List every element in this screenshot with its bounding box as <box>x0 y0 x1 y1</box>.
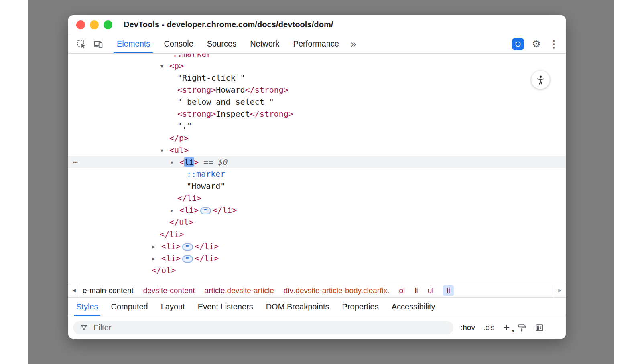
toggle-element-state-button[interactable]: :hov <box>460 322 476 333</box>
tab-sources[interactable]: Sources <box>200 34 243 53</box>
dom-token-tag: </strong> <box>245 85 288 95</box>
sidebar-tab-layout[interactable]: Layout <box>154 298 191 316</box>
kebab-menu-icon[interactable]: ⋮ <box>549 39 559 49</box>
titlebar: DevTools - developer.chrome.com/docs/dev… <box>68 15 566 34</box>
toolbar-right: ⚙ ⋮ <box>512 34 566 53</box>
dom-node[interactable]: "Howard" <box>68 180 566 192</box>
dom-token-tag: </ul> <box>169 217 193 227</box>
tab-network[interactable]: Network <box>243 34 286 53</box>
dom-node[interactable]: <strong>Howard</strong> <box>68 84 566 96</box>
breadcrumb-item[interactable]: li <box>414 286 418 295</box>
breadcrumb-item[interactable]: devsite-content <box>143 286 195 295</box>
dom-node[interactable]: ▼<ul> <box>68 144 566 156</box>
styles-filter-buttons: :hov .cls +▾ <box>460 322 545 333</box>
devtools-window: DevTools - developer.chrome.com/docs/dev… <box>68 15 566 339</box>
dom-token-tag: <p> <box>169 61 184 71</box>
dom-node[interactable]: "Right-click " <box>68 72 566 84</box>
settings-gear-icon[interactable]: ⚙ <box>532 39 541 49</box>
dom-token-tag: <strong> <box>177 85 216 95</box>
sidebar-tab-dom-breakpoints[interactable]: DOM Breakpoints <box>260 298 336 316</box>
sidebar-tab-computed[interactable]: Computed <box>104 298 154 316</box>
chevron-right-icon[interactable]: ▶ <box>152 241 161 253</box>
styles-filter-row: Filter :hov .cls +▾ <box>68 316 566 339</box>
dom-token-text: " below and select " <box>177 97 274 107</box>
dom-token-pseudo: ::marker <box>187 169 225 179</box>
dom-node[interactable]: </ul> <box>68 216 566 228</box>
dom-node-selected[interactable]: ⋯▼<li> == $0 <box>68 156 566 168</box>
breadcrumb-scroll-left-icon[interactable]: ◀ <box>68 283 80 297</box>
tab-elements[interactable]: Elements <box>110 34 157 53</box>
tab-console[interactable]: Console <box>157 34 200 53</box>
sidebar-tab-event-listeners[interactable]: Event Listeners <box>191 298 260 316</box>
dom-token-tag: </ol> <box>152 265 176 275</box>
element-classes-button[interactable]: .cls <box>482 322 496 333</box>
dom-token-text: Howard <box>216 85 245 95</box>
window-title: DevTools - developer.chrome.com/docs/dev… <box>124 20 333 29</box>
breadcrumb-item[interactable]: ol <box>399 286 405 295</box>
breadcrumb-bar: ◀ e-main-contentdevsite-contentarticle.d… <box>68 283 566 298</box>
dom-token-tag: </li> <box>195 253 219 263</box>
dom-node[interactable]: <strong>Inspect</strong> <box>68 108 566 120</box>
dom-token-op: == <box>199 157 218 167</box>
chevron-right-icon[interactable]: ▶ <box>152 253 161 265</box>
dom-token-tag: <li> <box>161 241 181 251</box>
dom-node[interactable]: ::marker <box>68 54 566 60</box>
devtools-toolbar: ElementsConsoleSourcesNetworkPerformance… <box>68 34 566 54</box>
dom-token-text: "Howard" <box>187 181 225 191</box>
styles-filter-input[interactable]: Filter <box>73 321 453 334</box>
dom-node[interactable]: </ol> <box>68 264 566 276</box>
accessibility-person-icon[interactable] <box>531 71 550 89</box>
dom-node[interactable]: "." <box>68 120 566 132</box>
dom-token-text: "Right-click " <box>177 73 245 83</box>
new-style-rule-button[interactable]: +▾ <box>503 322 510 333</box>
dom-token-tag: <li> <box>161 253 181 263</box>
breadcrumb-item[interactable]: e-main-content <box>83 286 134 295</box>
dom-token-tag: ::marker <box>173 54 211 59</box>
inspect-element-icon[interactable] <box>73 34 90 53</box>
dom-node[interactable]: </li> <box>68 228 566 240</box>
more-tabs-icon[interactable]: » <box>346 34 361 53</box>
sidebar-tab-accessibility[interactable]: Accessibility <box>385 298 442 316</box>
collapsed-content-icon[interactable]: ⋯ <box>182 243 193 251</box>
dom-node[interactable]: ▶<li>⋯</li> <box>68 252 566 264</box>
zoom-button[interactable] <box>104 20 112 29</box>
collapsed-content-icon[interactable]: ⋯ <box>182 255 193 263</box>
minimize-button[interactable] <box>90 20 99 29</box>
dom-token-tag: </li> <box>213 205 237 215</box>
dom-node[interactable]: </li> <box>68 192 566 204</box>
breadcrumb-item[interactable]: li <box>443 285 453 296</box>
collapsed-content-icon[interactable]: ⋯ <box>200 207 211 214</box>
rendering-emulations-icon[interactable] <box>516 323 527 332</box>
dom-token-text: "." <box>177 121 192 131</box>
breadcrumb-item[interactable]: article.devsite-article <box>205 286 274 295</box>
dom-node[interactable]: ▶<li>⋯</li> <box>68 204 566 216</box>
dom-token-tag: <strong> <box>177 109 216 119</box>
sidebar-tab-styles[interactable]: Styles <box>70 298 104 316</box>
chevron-down-icon[interactable]: ▼ <box>160 145 169 157</box>
close-button[interactable] <box>76 20 85 29</box>
dom-node[interactable]: </p> <box>68 132 566 144</box>
dom-node[interactable]: ▼<p> <box>68 60 566 72</box>
filter-placeholder: Filter <box>93 323 111 332</box>
breadcrumb-scroll-right-icon[interactable]: ▶ <box>554 283 566 297</box>
dom-token-tag: <li> <box>179 205 199 215</box>
breadcrumb-item[interactable]: ul <box>428 286 434 295</box>
dom-node[interactable]: " below and select " <box>68 96 566 108</box>
dom-token-tag: </li> <box>160 229 184 239</box>
chevron-down-icon[interactable]: ▼ <box>171 157 179 169</box>
dom-token-dollar: $0 <box>218 157 228 167</box>
sidebar-tab-properties[interactable]: Properties <box>336 298 385 316</box>
toolbar-spacer <box>361 34 512 53</box>
toggle-sidebar-icon[interactable] <box>534 323 545 332</box>
reload-devtools-icon[interactable] <box>512 38 524 50</box>
tab-performance[interactable]: Performance <box>286 34 346 53</box>
breadcrumb-item[interactable]: div.devsite-article-body.clearfix. <box>284 286 390 295</box>
device-toolbar-icon[interactable] <box>90 34 107 53</box>
chevron-down-icon[interactable]: ▼ <box>160 61 169 73</box>
chevron-right-icon[interactable]: ▶ <box>171 205 179 217</box>
dom-node[interactable]: ::marker <box>68 168 566 180</box>
dom-token-tag: <ul> <box>169 145 189 155</box>
breadcrumbs: e-main-contentdevsite-contentarticle.dev… <box>80 283 554 297</box>
dom-node[interactable]: ▶<li>⋯</li> <box>68 240 566 252</box>
more-actions-icon[interactable]: ⋯ <box>73 156 78 168</box>
